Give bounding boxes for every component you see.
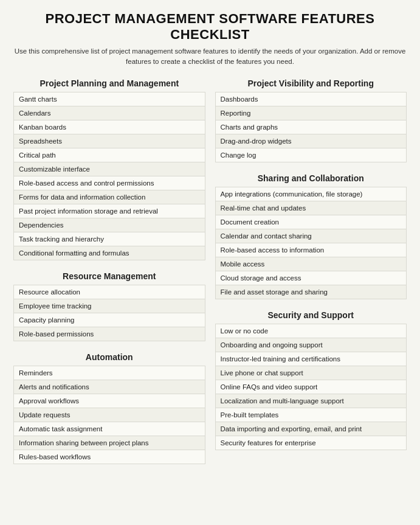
section-automation: Automation RemindersAlerts and notificat… <box>13 352 205 464</box>
list-item: Document creation <box>215 215 407 229</box>
list-item: Localization and multi-language support <box>215 394 407 408</box>
section-title-project-planning: Project Planning and Management <box>13 78 205 88</box>
section-title-project-visibility: Project Visibility and Reporting <box>215 78 407 88</box>
list-item: Change log <box>215 148 407 162</box>
checklist-sharing-collaboration: App integrations (communication, file st… <box>215 187 407 299</box>
list-item: Role-based access to information <box>215 243 407 257</box>
section-title-security-support: Security and Support <box>215 310 407 320</box>
list-item: Task tracking and hierarchy <box>14 232 205 246</box>
list-item: Capacity planning <box>14 313 205 327</box>
list-item: Cloud storage and access <box>215 271 407 285</box>
list-item: Alerts and notifications <box>14 380 205 394</box>
list-item: Gantt charts <box>14 92 205 106</box>
list-item: Information sharing between project plan… <box>14 436 205 450</box>
subtitle: Use this comprehensive list of project m… <box>13 46 407 68</box>
list-item: Kanban boards <box>14 120 205 134</box>
list-item: Security features for enterprise <box>215 436 407 450</box>
list-item: Pre-built templates <box>215 408 407 422</box>
list-item: Charts and graphs <box>215 120 407 134</box>
section-resource-management: Resource Management Resource allocationE… <box>13 271 205 341</box>
list-item: Calendars <box>14 106 205 120</box>
list-item: Reporting <box>215 106 407 120</box>
page-title: PROJECT MANAGEMENT SOFTWARE FEATURES CHE… <box>13 11 407 43</box>
list-item: Drag-and-drop widgets <box>215 134 407 148</box>
list-item: Past project information storage and ret… <box>14 204 205 218</box>
list-item: Critical path <box>14 148 205 162</box>
list-item: Update requests <box>14 408 205 422</box>
checklist-automation: RemindersAlerts and notificationsApprova… <box>13 366 205 464</box>
list-item: Role-based access and control permission… <box>14 176 205 190</box>
list-item: Online FAQs and video support <box>215 380 407 394</box>
list-item: Automatic task assignment <box>14 422 205 436</box>
list-item: App integrations (communication, file st… <box>215 187 407 201</box>
list-item: Role-based permissions <box>14 327 205 341</box>
list-item: Conditional formatting and formulas <box>14 246 205 260</box>
list-item: Dependencies <box>14 218 205 232</box>
list-item: Approval workflows <box>14 394 205 408</box>
list-item: Real-time chat and updates <box>215 201 407 215</box>
list-item: Reminders <box>14 366 205 380</box>
section-title-automation: Automation <box>13 352 205 362</box>
list-item: Live phone or chat support <box>215 366 407 380</box>
list-item: Data importing and exporting, email, and… <box>215 422 407 436</box>
list-item: Customizable interface <box>14 162 205 176</box>
section-title-resource-management: Resource Management <box>13 271 205 281</box>
list-item: Forms for data and information collectio… <box>14 190 205 204</box>
list-item: File and asset storage and sharing <box>215 285 407 299</box>
list-item: Rules-based workflows <box>14 450 205 464</box>
list-item: Low or no code <box>215 324 407 338</box>
list-item: Employee time tracking <box>14 299 205 313</box>
list-item: Dashboards <box>215 92 407 106</box>
section-sharing-collaboration: Sharing and Collaboration App integratio… <box>215 173 407 299</box>
list-item: Spreadsheets <box>14 134 205 148</box>
section-project-planning: Project Planning and Management Gantt ch… <box>13 78 205 260</box>
checklist-security-support: Low or no codeOnboarding and ongoing sup… <box>215 324 407 450</box>
list-item: Mobile access <box>215 257 407 271</box>
section-security-support: Security and Support Low or no codeOnboa… <box>215 310 407 450</box>
checklist-project-planning: Gantt chartsCalendarsKanban boardsSpread… <box>13 92 205 260</box>
list-item: Resource allocation <box>14 285 205 299</box>
section-title-sharing-collaboration: Sharing and Collaboration <box>215 173 407 183</box>
list-item: Calendar and contact sharing <box>215 229 407 243</box>
checklist-project-visibility: DashboardsReportingCharts and graphsDrag… <box>215 92 407 162</box>
list-item: Instructor-led training and certificatio… <box>215 352 407 366</box>
section-project-visibility: Project Visibility and Reporting Dashboa… <box>215 78 407 162</box>
checklist-resource-management: Resource allocationEmployee time trackin… <box>13 285 205 341</box>
list-item: Onboarding and ongoing support <box>215 338 407 352</box>
